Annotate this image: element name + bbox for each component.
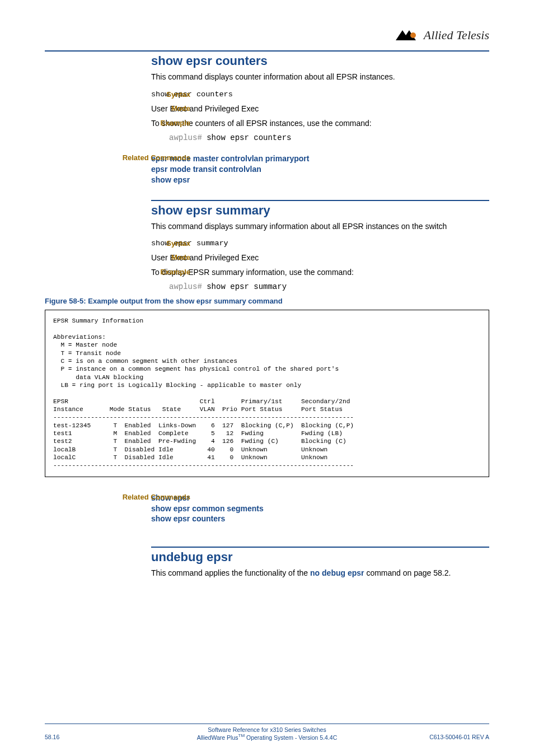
section3-rule [151,547,489,548]
mode-label: Mode [90,104,190,113]
page-footer: 58.16 Software Reference for x310 Series… [45,724,489,741]
footer-line1: Software Reference for x310 Series Switc… [118,726,416,733]
example-prompt-2: awplus# [169,282,202,291]
example-prompt: awplus# [169,133,202,142]
footer-line2-prefix: AlliedWare Plus [197,734,238,740]
section3-intro-suffix: command on page 58.2. [364,568,451,577]
footer-line2: AlliedWare PlusTM Operating System - Ver… [118,733,416,741]
mode-value: User Exec and Privileged Exec [151,104,489,113]
syntax-value: show epsr counters [151,90,489,99]
related-link-show-epsr-common-segments[interactable]: show epsr common segments [151,503,489,514]
example-cmd-2: show epsr summary [207,282,287,291]
syntax-label-2: Syntax [90,239,190,248]
figure-caption: Figure 58-5: Example output from the sho… [45,297,489,305]
example-label-2: Example [90,268,190,276]
allied-telesis-icon [396,29,421,41]
footer-page-number: 58.16 [45,734,118,740]
footer-center: Software Reference for x310 Series Switc… [118,726,416,741]
related-commands-label: Related Commands [90,153,190,162]
svg-point-2 [410,32,416,38]
related-link-show-epsr[interactable]: show epsr [151,175,489,185]
example-label: Example [90,119,190,127]
section1-title: show epsr counters [151,54,489,68]
example-text-2: To display EPSR summary information, use… [151,268,489,277]
footer-tm: TM [238,733,245,738]
section2-rule [151,200,489,201]
example-output-block: EPSR Summary Information Abbreviations: … [45,310,489,477]
example-command-block: awplus# show epsr counters [169,133,489,142]
example-text: To show the counters of all EPSR instanc… [151,119,489,128]
example-command-block-2: awplus# show epsr summary [169,282,489,291]
link-no-debug-epsr[interactable]: no debug epsr [310,568,364,577]
mode-label-2: Mode [90,253,190,262]
page-top-rule [45,50,489,52]
section3-title: undebug epsr [151,550,489,564]
section2-title: show epsr summary [151,203,489,218]
related-link-show-epsr-2[interactable]: show epsr [151,493,489,503]
related-link-epsr-mode-master[interactable]: epsr mode master controlvlan primaryport [151,153,489,164]
example-cmd: show epsr counters [207,133,291,142]
brand-name: Allied Telesis [424,28,489,43]
related-link-epsr-mode-transit[interactable]: epsr mode transit controlvlan [151,164,489,175]
syntax-value-2: show epsr summary [151,239,489,248]
page: Allied Telesis show epsr counters This c… [0,0,534,756]
section1-intro: This command displays counter informatio… [151,72,489,82]
mode-value-2: User Exec and Privileged Exec [151,253,489,262]
section3-intro-prefix: This command applies the functionality o… [151,568,310,577]
syntax-label: Syntax [90,90,190,99]
related-link-show-epsr-counters[interactable]: show epsr counters [151,514,489,524]
section2-intro: This command displays summary informatio… [151,221,489,232]
section3-intro: This command applies the functionality o… [151,568,489,578]
brand-logo-area: Allied Telesis [396,28,489,43]
footer-rev: C613-50046-01 REV A [416,734,489,740]
related-commands-label-2: Related Commands [90,493,190,501]
footer-line2-suffix: Operating System - Version 5.4.4C [245,734,337,740]
